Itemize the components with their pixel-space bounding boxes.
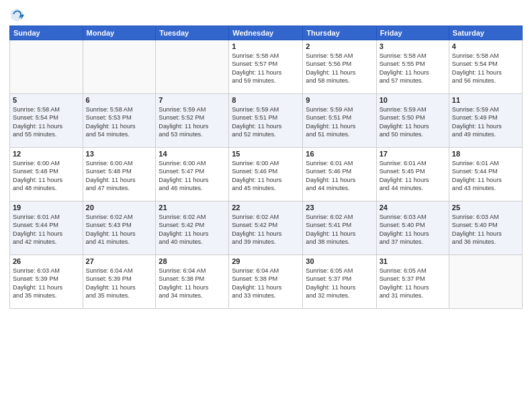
day-number: 25	[452, 203, 519, 212]
calendar-cell: 9Sunrise: 5:59 AM Sunset: 5:51 PM Daylig…	[303, 94, 376, 148]
header	[9, 7, 523, 21]
day-number: 12	[13, 150, 80, 158]
calendar-week-row: 5Sunrise: 5:58 AM Sunset: 5:54 PM Daylig…	[10, 94, 523, 148]
day-number: 18	[452, 150, 519, 158]
calendar-cell: 2Sunrise: 5:58 AM Sunset: 5:56 PM Daylig…	[303, 40, 376, 94]
calendar-cell: 13Sunrise: 6:00 AM Sunset: 5:48 PM Dayli…	[83, 148, 156, 201]
calendar-week-row: 19Sunrise: 6:01 AM Sunset: 5:44 PM Dayli…	[10, 201, 523, 255]
day-number: 11	[452, 96, 519, 104]
calendar-cell: 7Sunrise: 5:59 AM Sunset: 5:52 PM Daylig…	[156, 94, 229, 148]
day-number: 1	[232, 42, 300, 50]
day-info: Sunrise: 6:01 AM Sunset: 5:44 PM Dayligh…	[13, 213, 80, 246]
calendar-cell: 24Sunrise: 6:03 AM Sunset: 5:40 PM Dayli…	[376, 201, 449, 255]
day-number: 21	[159, 203, 226, 212]
calendar-header-friday: Friday	[376, 26, 449, 40]
page: SundayMondayTuesdayWednesdayThursdayFrid…	[0, 0, 532, 411]
calendar-cell: 31Sunrise: 6:05 AM Sunset: 5:37 PM Dayli…	[376, 255, 449, 309]
day-number: 24	[380, 203, 446, 212]
day-info: Sunrise: 6:03 AM Sunset: 5:39 PM Dayligh…	[13, 267, 80, 300]
calendar-cell: 3Sunrise: 5:58 AM Sunset: 5:55 PM Daylig…	[376, 40, 449, 94]
day-info: Sunrise: 6:05 AM Sunset: 5:37 PM Dayligh…	[306, 267, 373, 300]
calendar-cell	[449, 255, 522, 309]
day-info: Sunrise: 5:58 AM Sunset: 5:56 PM Dayligh…	[306, 52, 373, 85]
day-info: Sunrise: 5:59 AM Sunset: 5:52 PM Dayligh…	[159, 105, 226, 139]
day-info: Sunrise: 5:59 AM Sunset: 5:49 PM Dayligh…	[452, 105, 519, 139]
day-info: Sunrise: 6:00 AM Sunset: 5:47 PM Dayligh…	[159, 159, 226, 193]
calendar-week-row: 26Sunrise: 6:03 AM Sunset: 5:39 PM Dayli…	[10, 255, 523, 309]
day-info: Sunrise: 5:58 AM Sunset: 5:54 PM Dayligh…	[13, 105, 80, 139]
day-number: 2	[306, 42, 373, 50]
day-number: 19	[13, 203, 80, 212]
calendar-cell: 17Sunrise: 6:01 AM Sunset: 5:45 PM Dayli…	[376, 148, 449, 201]
day-number: 10	[380, 96, 446, 104]
day-number: 29	[232, 257, 300, 265]
day-number: 20	[86, 203, 153, 212]
day-info: Sunrise: 6:01 AM Sunset: 5:45 PM Dayligh…	[380, 159, 446, 193]
day-number: 13	[86, 150, 153, 158]
calendar-header-wednesday: Wednesday	[229, 26, 303, 40]
day-number: 16	[306, 150, 373, 158]
calendar-cell: 22Sunrise: 6:02 AM Sunset: 5:42 PM Dayli…	[229, 201, 303, 255]
day-info: Sunrise: 6:00 AM Sunset: 5:48 PM Dayligh…	[13, 159, 80, 193]
day-info: Sunrise: 6:00 AM Sunset: 5:46 PM Dayligh…	[232, 159, 300, 193]
day-number: 9	[306, 96, 373, 104]
calendar-cell: 1Sunrise: 5:58 AM Sunset: 5:57 PM Daylig…	[229, 40, 303, 94]
day-info: Sunrise: 6:02 AM Sunset: 5:42 PM Dayligh…	[232, 213, 300, 246]
day-number: 14	[159, 150, 226, 158]
day-info: Sunrise: 6:05 AM Sunset: 5:37 PM Dayligh…	[380, 267, 446, 300]
calendar-header-thursday: Thursday	[303, 26, 376, 40]
day-number: 3	[380, 42, 446, 50]
day-number: 31	[380, 257, 446, 265]
logo	[9, 7, 27, 21]
day-info: Sunrise: 6:03 AM Sunset: 5:40 PM Dayligh…	[452, 213, 519, 246]
day-info: Sunrise: 5:59 AM Sunset: 5:51 PM Dayligh…	[306, 105, 373, 139]
day-info: Sunrise: 6:04 AM Sunset: 5:38 PM Dayligh…	[232, 267, 300, 300]
day-number: 15	[232, 150, 300, 158]
day-number: 8	[232, 96, 300, 104]
calendar-cell	[156, 40, 229, 94]
calendar-cell: 20Sunrise: 6:02 AM Sunset: 5:43 PM Dayli…	[83, 201, 156, 255]
day-number: 26	[13, 257, 80, 265]
calendar-cell: 14Sunrise: 6:00 AM Sunset: 5:47 PM Dayli…	[156, 148, 229, 201]
day-info: Sunrise: 6:02 AM Sunset: 5:41 PM Dayligh…	[306, 213, 373, 246]
calendar-cell: 21Sunrise: 6:02 AM Sunset: 5:42 PM Dayli…	[156, 201, 229, 255]
calendar-week-row: 12Sunrise: 6:00 AM Sunset: 5:48 PM Dayli…	[10, 148, 523, 201]
calendar-cell: 15Sunrise: 6:00 AM Sunset: 5:46 PM Dayli…	[229, 148, 303, 201]
day-info: Sunrise: 5:59 AM Sunset: 5:50 PM Dayligh…	[380, 105, 446, 139]
day-info: Sunrise: 5:58 AM Sunset: 5:55 PM Dayligh…	[380, 52, 446, 85]
logo-icon	[9, 7, 24, 21]
day-info: Sunrise: 6:02 AM Sunset: 5:43 PM Dayligh…	[86, 213, 153, 246]
calendar-cell: 23Sunrise: 6:02 AM Sunset: 5:41 PM Dayli…	[303, 201, 376, 255]
calendar-cell: 18Sunrise: 6:01 AM Sunset: 5:44 PM Dayli…	[449, 148, 522, 201]
day-number: 30	[306, 257, 373, 265]
day-info: Sunrise: 5:58 AM Sunset: 5:54 PM Dayligh…	[452, 52, 519, 85]
day-number: 22	[232, 203, 300, 212]
calendar-cell: 27Sunrise: 6:04 AM Sunset: 5:39 PM Dayli…	[83, 255, 156, 309]
calendar-week-row: 1Sunrise: 5:58 AM Sunset: 5:57 PM Daylig…	[10, 40, 523, 94]
calendar-cell: 12Sunrise: 6:00 AM Sunset: 5:48 PM Dayli…	[10, 148, 83, 201]
day-number: 17	[380, 150, 446, 158]
calendar-cell: 19Sunrise: 6:01 AM Sunset: 5:44 PM Dayli…	[10, 201, 83, 255]
day-info: Sunrise: 6:04 AM Sunset: 5:38 PM Dayligh…	[159, 267, 226, 300]
day-number: 5	[13, 96, 80, 104]
day-number: 7	[159, 96, 226, 104]
day-number: 6	[86, 96, 153, 104]
calendar-cell: 29Sunrise: 6:04 AM Sunset: 5:38 PM Dayli…	[229, 255, 303, 309]
day-info: Sunrise: 6:00 AM Sunset: 5:48 PM Dayligh…	[86, 159, 153, 193]
day-number: 23	[306, 203, 373, 212]
calendar-cell: 8Sunrise: 5:59 AM Sunset: 5:51 PM Daylig…	[229, 94, 303, 148]
day-info: Sunrise: 6:01 AM Sunset: 5:46 PM Dayligh…	[306, 159, 373, 193]
calendar-cell	[83, 40, 156, 94]
calendar-cell	[10, 40, 83, 94]
calendar-cell: 26Sunrise: 6:03 AM Sunset: 5:39 PM Dayli…	[10, 255, 83, 309]
calendar-cell: 28Sunrise: 6:04 AM Sunset: 5:38 PM Dayli…	[156, 255, 229, 309]
day-info: Sunrise: 5:59 AM Sunset: 5:51 PM Dayligh…	[232, 105, 300, 139]
day-info: Sunrise: 6:03 AM Sunset: 5:40 PM Dayligh…	[380, 213, 446, 246]
day-info: Sunrise: 6:01 AM Sunset: 5:44 PM Dayligh…	[452, 159, 519, 193]
calendar-header-monday: Monday	[83, 26, 156, 40]
calendar-table: SundayMondayTuesdayWednesdayThursdayFrid…	[9, 26, 523, 309]
day-info: Sunrise: 6:04 AM Sunset: 5:39 PM Dayligh…	[86, 267, 153, 300]
calendar-cell: 4Sunrise: 5:58 AM Sunset: 5:54 PM Daylig…	[449, 40, 522, 94]
day-number: 28	[159, 257, 226, 265]
calendar-cell: 16Sunrise: 6:01 AM Sunset: 5:46 PM Dayli…	[303, 148, 376, 201]
